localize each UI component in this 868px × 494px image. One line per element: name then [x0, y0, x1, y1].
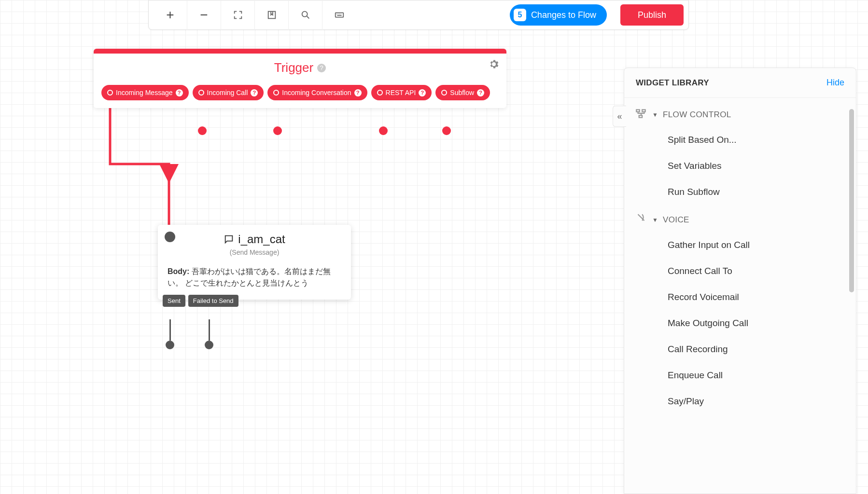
port-rest-api[interactable]	[379, 126, 388, 135]
widget-out-sent[interactable]: Sent	[163, 295, 185, 307]
sidebar-title: WIDGET LIBRARY	[636, 78, 709, 88]
trigger-out-incoming-call[interactable]: Incoming Call?	[193, 85, 264, 100]
trigger-out-rest-api[interactable]: REST API?	[371, 85, 432, 100]
widget-body: Body: 吾輩わがはいは猫である。名前はまだ無い。 どこで生れたかとんと見当け…	[158, 259, 351, 300]
trigger-out-incoming-conversation[interactable]: Incoming Conversation?	[267, 85, 367, 100]
item-run-subflow[interactable]: Run Subflow	[624, 179, 856, 205]
changes-to-flow-button[interactable]: 5 Changes to Flow	[510, 4, 607, 26]
caret-down-icon: ▼	[652, 111, 658, 118]
changes-count-badge: 5	[514, 9, 526, 21]
section-flow-control[interactable]: ▼ FLOW CONTROL	[624, 100, 856, 127]
caret-down-icon: ▼	[652, 217, 658, 223]
item-make-outgoing-call[interactable]: Make Outgoing Call	[624, 310, 856, 336]
port-failed[interactable]	[205, 341, 213, 349]
help-icon[interactable]: ?	[317, 64, 326, 72]
item-record-voicemail[interactable]: Record Voicemail	[624, 284, 856, 310]
item-split-based-on[interactable]: Split Based On...	[624, 127, 856, 153]
zoom-in-button[interactable]: +	[154, 0, 187, 30]
trigger-out-incoming-message[interactable]: Incoming Message?	[101, 85, 189, 100]
trigger-title: Trigger	[274, 60, 313, 75]
port-subflow[interactable]	[442, 126, 451, 135]
fit-screen-button[interactable]	[221, 0, 255, 30]
gear-icon[interactable]	[488, 58, 500, 72]
widget-out-failed[interactable]: Failed to Send	[188, 295, 238, 307]
scrollbar[interactable]	[849, 109, 854, 292]
changes-label: Changes to Flow	[531, 10, 596, 20]
item-say-play[interactable]: Say/Play	[624, 388, 856, 414]
publish-button[interactable]: Publish	[620, 4, 684, 26]
section-voice[interactable]: ▼ VOICE	[624, 205, 856, 232]
trigger-out-subflow[interactable]: Subflow?	[435, 85, 490, 100]
trigger-widget[interactable]: Trigger ? Incoming Message? Incoming Cal…	[94, 49, 506, 108]
item-gather-input[interactable]: Gather Input on Call	[624, 232, 856, 258]
trigger-outputs: Incoming Message? Incoming Call? Incomin…	[94, 85, 506, 108]
hide-button[interactable]: Hide	[826, 78, 844, 88]
widget-input-port[interactable]	[165, 232, 175, 242]
port-incoming-call[interactable]	[198, 126, 207, 135]
svg-point-1	[302, 12, 307, 17]
widget-library-panel: « WIDGET LIBRARY Hide ▼ FLOW CONTROL Spl…	[624, 68, 856, 494]
keyboard-button[interactable]	[322, 0, 356, 30]
item-enqueue-call[interactable]: Enqueue Call	[624, 362, 856, 388]
widget-type: (Send Message)	[168, 248, 341, 256]
svg-rect-3	[636, 110, 640, 111]
message-icon	[224, 234, 234, 245]
item-call-recording[interactable]: Call Recording	[624, 336, 856, 362]
item-set-variables[interactable]: Set Variables	[624, 153, 856, 179]
item-connect-call[interactable]: Connect Call To	[624, 258, 856, 284]
svg-rect-4	[642, 110, 645, 111]
zoom-out-button[interactable]: −	[187, 0, 221, 30]
send-message-widget[interactable]: i_am_cat (Send Message) Body: 吾輩わがはいは猫であ…	[158, 225, 351, 300]
sidebar-body[interactable]: ▼ FLOW CONTROL Split Based On... Set Var…	[624, 98, 856, 494]
bookmark-button[interactable]	[255, 0, 289, 30]
svg-rect-0	[268, 12, 275, 19]
collapse-panel-button[interactable]: «	[613, 106, 626, 127]
port-incoming-conversation[interactable]	[273, 126, 282, 135]
voice-icon	[635, 213, 647, 227]
svg-rect-5	[639, 115, 643, 117]
toolbar: + − 5 Changes to Flow Publish	[148, 0, 689, 30]
search-button[interactable]	[289, 0, 322, 30]
widget-name: i_am_cat	[238, 233, 285, 246]
flow-control-icon	[635, 108, 647, 122]
port-sent[interactable]	[166, 341, 174, 349]
